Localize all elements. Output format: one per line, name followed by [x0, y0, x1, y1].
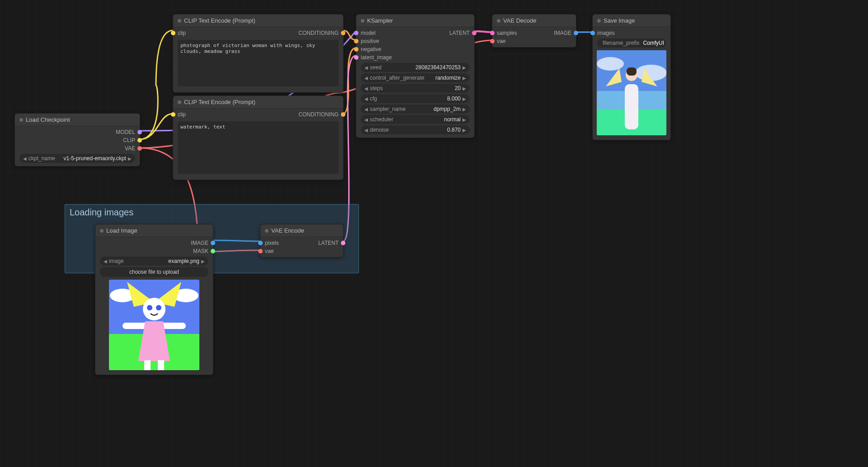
svg-point-13: [147, 305, 152, 310]
node-header[interactable]: Load Image: [95, 224, 213, 237]
node-header[interactable]: Save Image: [593, 14, 670, 27]
input-latent-image[interactable]: latent_image: [356, 53, 474, 62]
arrow-left-icon[interactable]: ◀: [364, 128, 368, 133]
svg-rect-5: [625, 84, 638, 129]
node-header[interactable]: CLIP Text Encode (Prompt): [173, 14, 343, 27]
input-vae[interactable]: vae: [260, 247, 343, 255]
input-model[interactable]: model LATENT: [356, 29, 474, 37]
svg-rect-7: [627, 67, 637, 76]
node-header[interactable]: Load Checkpoint: [15, 114, 140, 126]
arrow-left-icon[interactable]: ◀: [104, 259, 107, 264]
arrow-right-icon[interactable]: ▶: [462, 96, 466, 101]
node-title: Load Image: [106, 227, 137, 234]
node-ksampler[interactable]: KSampler model LATENT positive negative …: [356, 14, 475, 138]
widget-seed[interactable]: ◀ seed 280823642470253 ▶: [361, 63, 470, 72]
input-images[interactable]: images: [593, 29, 670, 37]
node-load-checkpoint[interactable]: Load Checkpoint MODEL CLIP VAE ◀ ckpt_na…: [14, 113, 140, 167]
collapse-dot-icon[interactable]: [497, 19, 500, 23]
svg-point-14: [156, 305, 161, 310]
node-header[interactable]: CLIP Text Encode (Prompt): [173, 96, 343, 109]
arrow-right-icon[interactable]: ▶: [462, 65, 466, 70]
input-negative[interactable]: negative: [356, 45, 474, 53]
widget-cfg[interactable]: ◀ cfg 8.000 ▶: [361, 94, 470, 103]
prompt-textarea[interactable]: [178, 40, 339, 86]
input-pixels[interactable]: pixels LATENT: [260, 239, 343, 247]
node-graph-canvas[interactable]: Loading images Load Checkpoint MODEL CLI…: [0, 0, 868, 467]
arrow-right-icon[interactable]: ▶: [462, 128, 466, 133]
node-title: VAE Encode: [271, 227, 304, 234]
node-title: CLIP Text Encode (Prompt): [184, 17, 255, 24]
widget-sampler_name[interactable]: ◀ sampler_name dpmpp_2m ▶: [361, 105, 470, 114]
upload-button[interactable]: choose file to upload: [100, 267, 208, 277]
arrow-left-icon[interactable]: ◀: [23, 156, 27, 161]
node-save-image[interactable]: Save Image images filename_prefix ComfyU…: [592, 14, 671, 140]
input-positive[interactable]: positive: [356, 37, 474, 45]
arrow-left-icon[interactable]: ◀: [364, 86, 368, 91]
node-header[interactable]: KSampler: [356, 14, 474, 27]
node-title: KSampler: [367, 17, 393, 24]
node-vae-decode[interactable]: VAE Decode samples IMAGE vae: [492, 14, 576, 48]
svg-rect-16: [144, 360, 151, 370]
arrow-left-icon[interactable]: ◀: [364, 96, 368, 101]
arrow-right-icon[interactable]: ▶: [462, 86, 466, 91]
collapse-dot-icon[interactable]: [178, 19, 181, 23]
arrow-left-icon[interactable]: ◀: [364, 107, 368, 112]
input-vae[interactable]: vae: [492, 37, 576, 45]
output-image-preview: [597, 50, 666, 135]
node-title: CLIP Text Encode (Prompt): [184, 99, 255, 105]
collapse-dot-icon[interactable]: [100, 229, 104, 233]
node-title: VAE Decode: [503, 17, 536, 24]
widget-scheduler[interactable]: ◀ scheduler normal ▶: [361, 115, 470, 124]
input-clip[interactable]: clip CONDITIONING: [173, 29, 343, 37]
node-title: Save Image: [604, 17, 635, 24]
input-image-preview: [109, 280, 199, 370]
arrow-right-icon[interactable]: ▶: [462, 76, 466, 81]
group-title: Loading images: [65, 205, 359, 220]
widget-filename-prefix[interactable]: filename_prefix ComfyUI: [597, 38, 666, 48]
collapse-dot-icon[interactable]: [265, 229, 269, 233]
widget-image[interactable]: ◀ image example.png ▶: [100, 257, 208, 266]
svg-point-12: [143, 298, 165, 320]
svg-rect-17: [158, 360, 164, 370]
arrow-right-icon[interactable]: ▶: [128, 156, 132, 161]
prompt-textarea[interactable]: [178, 121, 339, 174]
arrow-right-icon[interactable]: ▶: [462, 107, 466, 112]
arrow-right-icon[interactable]: ▶: [201, 259, 205, 264]
widget-steps[interactable]: ◀ steps 20 ▶: [361, 84, 470, 93]
node-clip-text-encode-positive[interactable]: CLIP Text Encode (Prompt) clip CONDITION…: [173, 14, 344, 93]
output-model[interactable]: MODEL: [15, 128, 140, 136]
input-samples[interactable]: samples IMAGE: [492, 29, 576, 37]
node-header[interactable]: VAE Encode: [260, 224, 343, 237]
collapse-dot-icon[interactable]: [361, 19, 364, 23]
arrow-left-icon[interactable]: ◀: [364, 76, 368, 81]
input-clip[interactable]: clip CONDITIONING: [173, 110, 343, 119]
collapse-dot-icon[interactable]: [19, 118, 23, 122]
output-mask[interactable]: MASK: [95, 247, 213, 255]
output-clip[interactable]: CLIP: [15, 136, 140, 144]
arrow-left-icon[interactable]: ◀: [364, 117, 368, 122]
collapse-dot-icon[interactable]: [178, 100, 181, 104]
svg-point-3: [597, 57, 624, 71]
arrow-right-icon[interactable]: ▶: [462, 117, 466, 122]
widget-denoise[interactable]: ◀ denoise 0.870 ▶: [361, 125, 470, 134]
node-title: Load Checkpoint: [26, 116, 70, 123]
node-clip-text-encode-negative[interactable]: CLIP Text Encode (Prompt) clip CONDITION…: [173, 95, 344, 180]
widget-control_after_generate[interactable]: ◀ control_after_generate randomize ▶: [361, 73, 470, 82]
output-vae[interactable]: VAE: [15, 144, 140, 152]
node-header[interactable]: VAE Decode: [492, 14, 576, 27]
node-vae-encode[interactable]: VAE Encode pixels LATENT vae: [260, 224, 344, 257]
node-load-image[interactable]: Load Image IMAGE MASK ◀ image example.pn…: [95, 224, 213, 375]
output-image[interactable]: IMAGE: [95, 239, 213, 247]
collapse-dot-icon[interactable]: [597, 19, 601, 23]
widget-ckpt-name[interactable]: ◀ ckpt_name v1-5-pruned-emaonly.ckpt ▶: [19, 154, 135, 163]
arrow-left-icon[interactable]: ◀: [364, 65, 368, 70]
